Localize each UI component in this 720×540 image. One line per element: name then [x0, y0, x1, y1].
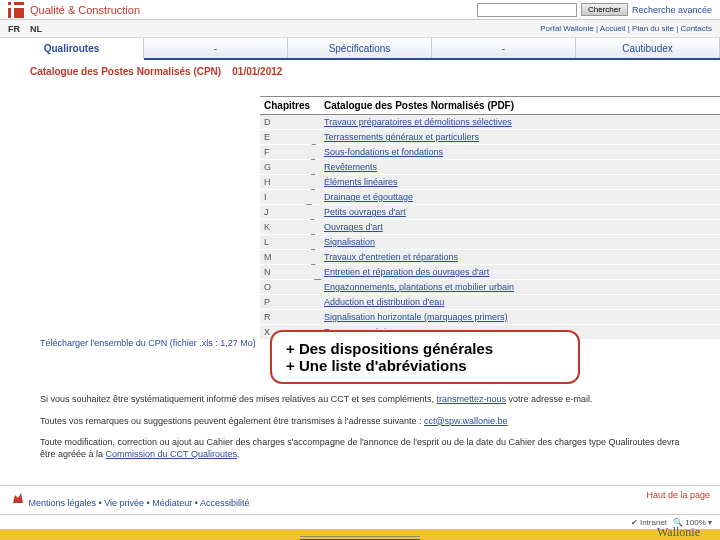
- back-to-top-link[interactable]: Haut de la page: [646, 490, 710, 508]
- chapter-code: R: [264, 312, 314, 322]
- chapter-link[interactable]: Travaux d'entretien et réparations: [324, 252, 458, 262]
- chapter-link[interactable]: Entretien et réparation des ouvrages d'a…: [324, 267, 489, 277]
- chapter-rows: DTravaux préparatoires et démolitions sé…: [260, 115, 720, 339]
- top-right: Chercher Recherche avancée: [477, 3, 712, 17]
- chapter-row: IDrainage et égouttage: [260, 190, 720, 204]
- chapter-code: G: [264, 162, 314, 172]
- top-bar: Qualité & Construction Chercher Recherch…: [0, 0, 720, 20]
- chapter-code: K: [264, 222, 314, 232]
- footer: Mentions légales • Vie privée • Médiateu…: [0, 485, 720, 512]
- para-2: Toutes vos remarques ou suggestions peuv…: [0, 414, 720, 430]
- chapter-code: E: [264, 132, 314, 142]
- para-1: Si vous souhaitez être systématiquement …: [0, 392, 720, 408]
- lang-fr[interactable]: FR: [8, 24, 20, 34]
- chapter-row: ETerrassements généraux et particuliers: [260, 130, 720, 144]
- chapter-link[interactable]: Petits ouvrages d'art: [324, 207, 406, 217]
- table-header: Chapitres Catalogue des Postes Normalisé…: [260, 96, 720, 115]
- chapter-code: F: [264, 147, 314, 157]
- search-button[interactable]: Chercher: [581, 3, 628, 16]
- tab-qualiroutes[interactable]: Qualiroutes: [0, 38, 144, 60]
- chapter-row: GRevêtements: [260, 160, 720, 174]
- chapter-link[interactable]: Revêtements: [324, 162, 377, 172]
- yellow-bar: ———————————————: [0, 529, 720, 540]
- chapter-code: N: [264, 267, 314, 277]
- chapter-link[interactable]: Drainage et égouttage: [324, 192, 413, 202]
- lang-switch: FR NL: [8, 24, 42, 34]
- chapter-code: H: [264, 177, 314, 187]
- chapter-row: FSous-fondations et fondations: [260, 145, 720, 159]
- chapter-link[interactable]: Sous-fondations et fondations: [324, 147, 443, 157]
- chapter-row: DTravaux préparatoires et démolitions sé…: [260, 115, 720, 129]
- chapter-link[interactable]: Signalisation: [324, 237, 375, 247]
- chapter-code: P: [264, 297, 314, 307]
- callout-box: + Des dispositions générales + Une liste…: [270, 330, 580, 384]
- link-commission[interactable]: Commission du CCT Qualiroutes: [106, 449, 237, 459]
- chapter-code: M: [264, 252, 314, 262]
- lang-nl[interactable]: NL: [30, 24, 42, 34]
- brand: Qualité & Construction: [8, 2, 140, 18]
- advanced-search-link[interactable]: Recherche avancée: [632, 5, 712, 15]
- chapter-row: KOuvrages d'art: [260, 220, 720, 234]
- th-chapitres: Chapitres: [264, 100, 314, 111]
- chapter-link[interactable]: Ouvrages d'art: [324, 222, 383, 232]
- breadcrumb: Catalogue des Postes Normalisés (CPN) 01…: [0, 60, 720, 83]
- breadcrumb-date: 01/01/2012: [232, 66, 282, 77]
- para-3: Toute modification, correction ou ajout …: [0, 435, 720, 462]
- tab-2[interactable]: -: [144, 38, 288, 58]
- chapter-link[interactable]: Éléments linéaires: [324, 177, 398, 187]
- th-catalogue: Catalogue des Postes Normalisés (PDF): [324, 100, 514, 111]
- breadcrumb-title: Catalogue des Postes Normalisés (CPN): [30, 66, 221, 77]
- chapter-link[interactable]: Engazonnements, plantations et mobilier …: [324, 282, 514, 292]
- callout-line-2: + Une liste d'abréviations: [286, 357, 564, 374]
- chapter-row: HÉléments linéaires: [260, 175, 720, 189]
- link-email[interactable]: cct@spw.wallonie.be: [424, 416, 508, 426]
- chapter-row: RSignalisation horizontale (marquages pr…: [260, 310, 720, 324]
- brand-logo-icon: [8, 2, 24, 18]
- link-transmettez[interactable]: transmettez-nous: [437, 394, 507, 404]
- footer-links[interactable]: Mentions légales • Vie privée • Médiateu…: [10, 490, 249, 508]
- nav-sub: FR NL Portal Wallonie | Accueil | Plan d…: [0, 20, 720, 38]
- tab-4[interactable]: -: [432, 38, 576, 58]
- portal-links[interactable]: Portal Wallonie | Accueil | Plan du site…: [540, 24, 712, 33]
- chapter-link[interactable]: Signalisation horizontale (marquages pri…: [324, 312, 508, 322]
- status-bar: ✔ Intranet 🔍 100% ▾ ——————————————— Wall…: [0, 514, 720, 540]
- chapter-row: MTravaux d'entretien et réparations: [260, 250, 720, 264]
- tab-specifications[interactable]: Spécifications: [288, 38, 432, 58]
- search-input[interactable]: [477, 3, 577, 17]
- chapter-code: D: [264, 117, 314, 127]
- chapter-row: LSignalisation: [260, 235, 720, 249]
- tab-bar: Qualiroutes - Spécifications - Cautibude…: [0, 38, 720, 60]
- chapter-link[interactable]: Adduction et distribution d'eau: [324, 297, 444, 307]
- chapter-code: I: [264, 192, 314, 202]
- chapter-row: PAdduction et distribution d'eau: [260, 295, 720, 309]
- yellow-bar-link[interactable]: ———————————————: [300, 531, 420, 540]
- chapter-link[interactable]: Terrassements généraux et particuliers: [324, 132, 479, 142]
- chapter-code: O: [264, 282, 314, 292]
- chapter-row: OEngazonnements, plantations et mobilier…: [260, 280, 720, 294]
- wallonie-label: Wallonie: [657, 525, 700, 540]
- chapter-row: JPetits ouvrages d'art: [260, 205, 720, 219]
- main: [0, 83, 720, 87]
- chapter-link[interactable]: Travaux préparatoires et démolitions sél…: [324, 117, 512, 127]
- callout-line-1: + Des dispositions générales: [286, 340, 564, 357]
- rooster-icon: [10, 490, 26, 506]
- chapter-code: J: [264, 207, 314, 217]
- brand-text: Qualité & Construction: [30, 4, 140, 16]
- cpn-table: Chapitres Catalogue des Postes Normalisé…: [260, 96, 720, 339]
- tab-cautibudex[interactable]: Cautibudex: [576, 38, 720, 58]
- chapter-row: NEntretien et réparation des ouvrages d'…: [260, 265, 720, 279]
- chapter-code: L: [264, 237, 314, 247]
- download-link[interactable]: Télécharger l'ensemble du CPN (fichier .…: [40, 338, 256, 348]
